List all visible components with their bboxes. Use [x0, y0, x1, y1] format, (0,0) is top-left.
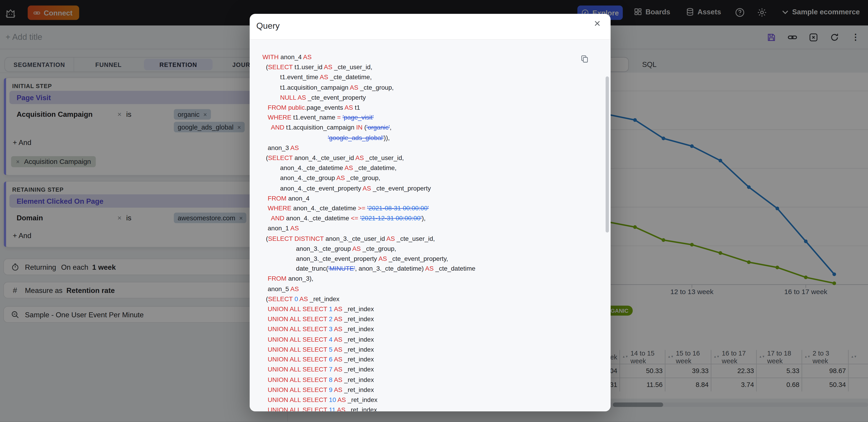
sql-line: WHERE t1.event_name = 'page_visit' [262, 113, 605, 122]
sql-line: t1.acquisition_campaign AS _cte_group, [262, 82, 605, 92]
sql-line: UNION ALL SELECT 4 AS _ret_index [262, 334, 605, 344]
sql-line: anon_4._cte_group AS _cte_group, [262, 173, 605, 183]
sql-line: UNION ALL SELECT 1 AS _ret_index [262, 304, 605, 314]
sql-line: UNION ALL SELECT 3 AS _ret_index [262, 324, 605, 334]
sql-line: (SELECT anon_4._cte_user_id AS _cte_user… [262, 153, 605, 163]
sql-line: WITH anon_4 AS [262, 52, 605, 62]
sql-line: (SELECT 0 AS _ret_index [262, 294, 605, 304]
sql-line: FROM anon_3), [262, 274, 605, 284]
sql-line: UNION ALL SELECT 2 AS _ret_index [262, 314, 605, 324]
sql-line: anon_3._cte_event_property AS _cte_event… [262, 253, 605, 264]
sql-line: date_trunc('MINUTE', anon_3._cte_datetim… [262, 264, 605, 274]
sql-line: anon_3 AS [262, 143, 605, 153]
query-modal: Query × WITH anon_4 AS (SELECT t1.user_i… [250, 14, 611, 411]
sql-line: FROM anon_4 [262, 193, 605, 203]
sql-line: anon_5 AS [262, 284, 605, 294]
sql-line: AND anon_4._cte_datetime <= '2021-12-31 … [262, 213, 605, 223]
sql-line: AND t1.acquisition_campaign IN ('organic… [262, 123, 605, 133]
sql-line: (SELECT t1.user_id AS _cte_user_id, [262, 62, 605, 72]
sql-line: anon_3._cte_group AS _cte_group, [262, 244, 605, 253]
modal-title: Query [256, 21, 280, 31]
sql-line: UNION ALL SELECT 6 AS _ret_index [262, 354, 605, 364]
sql-line: UNION ALL SELECT 11 AS _ret_index [262, 405, 605, 411]
sql-line: WHERE anon_4._cte_datetime >= '2021-08-3… [262, 203, 605, 213]
sql-line: anon_1 AS [262, 223, 605, 233]
sql-line: t1.event_time AS _cte_datetime, [262, 72, 605, 82]
app-root: Connect Explore Boards Assets [0, 0, 868, 422]
sql-code: WITH anon_4 AS (SELECT t1.user_id AS _ct… [262, 52, 605, 412]
modal-scrollbar-thumb[interactable] [606, 77, 609, 233]
sql-line: UNION ALL SELECT 8 AS _ret_index [262, 375, 605, 385]
sql-line: NULL AS _cte_event_property [262, 92, 605, 102]
sql-line: anon_4._cte_datetime AS _cte_datetime, [262, 163, 605, 173]
sql-line: UNION ALL SELECT 7 AS _ret_index [262, 364, 605, 374]
sql-line: 'google_ads_global')), [262, 133, 605, 143]
close-icon[interactable]: × [591, 17, 604, 30]
copy-icon[interactable] [581, 55, 589, 63]
sql-line: UNION ALL SELECT 9 AS _ret_index [262, 385, 605, 395]
sql-line: UNION ALL SELECT 10 AS _ret_index [262, 395, 605, 405]
sql-line: UNION ALL SELECT 5 AS _ret_index [262, 344, 605, 354]
sql-code-block: WITH anon_4 AS (SELECT t1.user_id AS _ct… [250, 40, 611, 411]
sql-line: FROM public.page_events AS t1 [262, 102, 605, 113]
sql-line: anon_4._cte_event_property AS _cte_event… [262, 183, 605, 193]
sql-line: (SELECT DISTINCT anon_3._cte_user_id AS … [262, 234, 605, 244]
